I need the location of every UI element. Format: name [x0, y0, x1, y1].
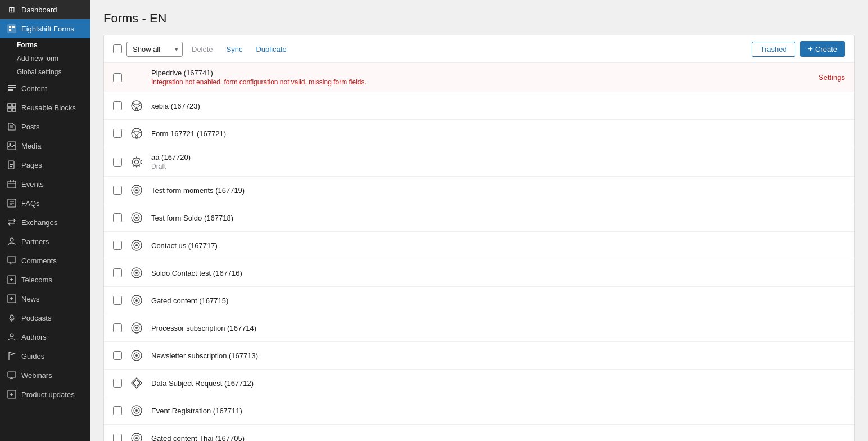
form-type-icon — [129, 237, 144, 253]
row-content: Pipedrive (167741)Integration not enable… — [151, 69, 812, 86]
form-title: Contact us (167717) — [151, 241, 845, 250]
sidebar-item-partners[interactable]: Partners — [0, 232, 90, 251]
svg-point-34 — [10, 315, 13, 318]
svg-point-84 — [135, 437, 138, 439]
create-label: Create — [815, 45, 837, 53]
row-checkbox[interactable] — [113, 101, 122, 110]
authors-icon — [7, 332, 17, 342]
sidebar-item-events[interactable]: Events — [0, 174, 90, 194]
row-checkbox[interactable] — [113, 406, 122, 415]
sidebar-item-label: Pages — [21, 161, 42, 169]
sidebar-item-label: Product updates — [21, 390, 75, 399]
row-checkbox[interactable] — [113, 379, 122, 388]
row-checkbox[interactable] — [113, 268, 122, 277]
sidebar-item-product-updates[interactable]: Product updates — [0, 385, 90, 404]
partners-icon — [7, 236, 17, 246]
form-type-icon — [129, 403, 144, 418]
sidebar-item-news[interactable]: News — [0, 289, 90, 308]
table-row: Newsletter subscription (167713) — [104, 342, 854, 370]
sidebar-sub-add-new-form[interactable]: Add new form — [0, 52, 90, 65]
toolbar: Show all ▾ Delete Sync Duplicate Trashed… — [104, 35, 854, 63]
sidebar-item-authors[interactable]: Authors — [0, 327, 90, 346]
svg-rect-19 — [8, 181, 16, 188]
table-row: Processor subscription (167714) — [104, 314, 854, 342]
sidebar-item-content[interactable]: Content — [0, 79, 90, 98]
sidebar-item-comments[interactable]: Comments — [0, 251, 90, 270]
row-checkbox[interactable] — [113, 186, 122, 195]
row-content: Contact us (167717) — [151, 241, 845, 250]
page-title: Forms - EN — [103, 11, 855, 26]
sidebar-item-podcasts[interactable]: Podcasts — [0, 308, 90, 327]
form-error: Integration not enabled, form configurat… — [151, 78, 812, 86]
svg-rect-18 — [10, 166, 12, 166]
sidebar-item-posts[interactable]: Posts — [0, 117, 90, 136]
sidebar-item-label: Exchanges — [21, 218, 57, 227]
sync-button[interactable]: Sync — [222, 42, 247, 56]
forms-content-area: Show all ▾ Delete Sync Duplicate Trashed… — [103, 35, 855, 441]
form-title: Pipedrive (167741) — [151, 69, 812, 77]
sidebar-item-dashboard[interactable]: ⊞ Dashboard — [0, 0, 90, 19]
sidebar-item-exchanges[interactable]: Exchanges — [0, 213, 90, 232]
form-title: aa (167720) — [151, 153, 845, 161]
row-checkbox[interactable] — [113, 434, 122, 441]
svg-point-27 — [10, 238, 13, 241]
svg-point-63 — [135, 217, 138, 219]
row-checkbox[interactable] — [113, 323, 122, 332]
row-content: Test form Soldo (167718) — [151, 214, 845, 222]
svg-rect-9 — [8, 108, 11, 111]
form-settings-link[interactable]: Settings — [819, 73, 845, 82]
row-checkbox[interactable] — [113, 241, 122, 250]
delete-button[interactable]: Delete — [187, 42, 218, 56]
guides-icon — [7, 351, 17, 361]
sidebar-item-guides[interactable]: Guides — [0, 346, 90, 366]
form-title: Test form Soldo (167718) — [151, 214, 845, 222]
svg-point-69 — [135, 272, 138, 274]
row-checkbox[interactable] — [113, 213, 122, 222]
svg-rect-10 — [12, 108, 16, 111]
sidebar-item-label: Eightshift Forms — [21, 25, 74, 33]
sidebar-item-faqs[interactable]: FAQs — [0, 194, 90, 213]
sidebar-item-webinars[interactable]: Webinars — [0, 366, 90, 385]
row-checkbox[interactable] — [113, 351, 122, 360]
form-type-icon — [129, 125, 144, 141]
form-type-icon — [129, 154, 144, 170]
row-checkbox[interactable] — [113, 129, 122, 138]
filter-select[interactable]: Show all — [126, 42, 183, 57]
svg-rect-0 — [7, 24, 16, 33]
row-checkbox[interactable] — [113, 158, 122, 166]
create-button[interactable]: + Create — [800, 41, 845, 57]
plus-icon: + — [808, 44, 813, 54]
svg-point-43 — [132, 101, 142, 111]
sidebar-sub-forms[interactable]: Forms — [0, 38, 90, 52]
table-row: Form 167721 (167721) — [104, 120, 854, 147]
svg-point-50 — [132, 128, 142, 138]
eightshift-icon — [7, 24, 17, 34]
row-checkbox[interactable] — [113, 73, 122, 82]
svg-point-78 — [135, 354, 138, 357]
filter-select-wrapper: Show all ▾ — [126, 42, 183, 57]
select-all-checkbox[interactable] — [113, 44, 122, 53]
sidebar-item-label: Webinars — [21, 371, 52, 380]
svg-point-72 — [135, 299, 138, 302]
form-type-icon — [129, 70, 144, 86]
sidebar-item-eightshift-forms[interactable]: Eightshift Forms — [0, 19, 90, 38]
content-icon — [7, 83, 17, 93]
sidebar-item-reusable-blocks[interactable]: Reusable Blocks — [0, 98, 90, 117]
sidebar-item-media[interactable]: Media — [0, 136, 90, 155]
row-content: Gated content Thai (167705) — [151, 434, 845, 442]
dashboard-icon: ⊞ — [7, 4, 17, 15]
table-row: aa (167720)Draft — [104, 147, 854, 177]
svg-rect-7 — [8, 104, 11, 107]
trashed-button[interactable]: Trashed — [752, 42, 795, 57]
posts-icon — [7, 122, 17, 132]
duplicate-button[interactable]: Duplicate — [251, 42, 291, 56]
sidebar-sub-global-settings[interactable]: Global settings — [0, 65, 90, 79]
svg-point-57 — [135, 160, 139, 164]
svg-rect-6 — [8, 89, 13, 91]
sidebar-item-telecoms[interactable]: Telecoms — [0, 270, 90, 289]
form-title: Newsletter subscription (167713) — [151, 352, 845, 360]
row-checkbox[interactable] — [113, 296, 122, 305]
sidebar-item-pages[interactable]: Pages — [0, 155, 90, 174]
svg-point-51 — [132, 130, 134, 133]
table-row: Soldo Contact test (167716) — [104, 259, 854, 287]
